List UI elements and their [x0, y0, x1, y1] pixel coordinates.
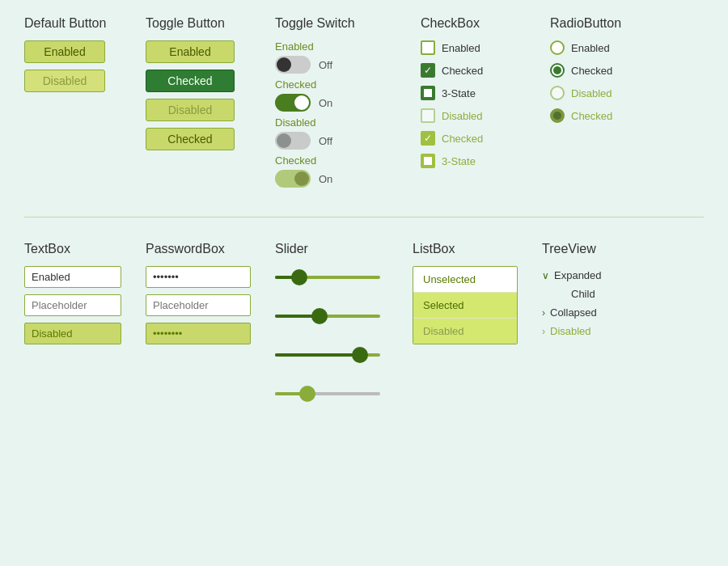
toggle-btn-checked2[interactable]: Checked	[146, 128, 235, 150]
cb-row-3state: 3-State	[421, 86, 476, 100]
switch-thumb-disabled	[277, 133, 291, 148]
passwordbox-enabled[interactable]	[146, 266, 251, 288]
switch-thumb-on	[294, 95, 309, 110]
cb-checked-light-label: Checked	[442, 133, 483, 145]
list-item-unselected[interactable]: Unselected	[413, 267, 517, 293]
cb-row-enabled: Enabled	[421, 40, 480, 55]
textbox-title: TextBox	[24, 242, 70, 256]
slider-2-thumb[interactable]	[311, 308, 328, 324]
slider-group: Slider	[275, 242, 413, 421]
passwordbox-placeholder[interactable]	[146, 294, 251, 316]
tree-item-child[interactable]: Child	[542, 285, 595, 303]
rb-row-disabled: Disabled	[550, 86, 612, 100]
btn-enabled[interactable]: Enabled	[24, 40, 105, 63]
switch-checked-disabled-label: Checked	[275, 154, 316, 167]
cb-checked-light: ✓	[421, 131, 435, 146]
rb-row-checked: Checked	[550, 63, 612, 78]
rb-enabled-label: Enabled	[571, 42, 610, 54]
textbox-enabled[interactable]	[24, 266, 121, 288]
collapsed-chevron-icon: ›	[542, 307, 545, 319]
listbox-title: ListBox	[413, 242, 455, 256]
rb-enabled[interactable]	[550, 40, 565, 55]
slider-3-container	[275, 344, 380, 366]
main-container: Default Button Enabled Disabled Toggle B…	[0, 0, 728, 437]
cb-checked[interactable]: ✓	[421, 63, 435, 78]
slider-1-container	[275, 266, 380, 289]
slider-1-track	[275, 276, 380, 279]
default-button-title: Default Button	[24, 16, 106, 31]
cb-disabled	[421, 108, 435, 123]
cb-checked-label: Checked	[442, 65, 483, 77]
toggle-button-title: Toggle Button	[146, 16, 225, 31]
slider-title: Slider	[275, 242, 308, 256]
toggle-switch-title: Toggle Switch	[275, 16, 355, 31]
cb-3state-label: 3-State	[442, 87, 476, 99]
radio-group: RadioButton Enabled Checked Disabled Che…	[550, 16, 679, 131]
toggle-button-group: Toggle Button Enabled Checked Disabled C…	[146, 16, 275, 157]
switch-on[interactable]	[275, 94, 311, 112]
switch-row-on: On	[275, 94, 332, 112]
bottom-row: TextBox PasswordBox Slider	[24, 242, 704, 421]
textbox-disabled	[24, 323, 121, 344]
cb-row-disabled: Disabled	[421, 108, 483, 123]
switch-disabled-on	[275, 170, 311, 188]
cb-disabled-label: Disabled	[442, 110, 483, 122]
cb-enabled[interactable]	[421, 40, 435, 55]
slider-2-track	[275, 315, 380, 318]
rb-checked-label: Checked	[571, 65, 612, 77]
toggle-btn-disabled: Disabled	[146, 99, 235, 121]
slider-3-track	[275, 353, 380, 357]
rb-disabled	[550, 86, 565, 100]
passwordbox-title: PasswordBox	[146, 242, 225, 256]
switch-disabled	[275, 132, 311, 150]
radio-title: RadioButton	[550, 16, 621, 31]
tree-expanded-label: Expanded	[554, 269, 602, 281]
slider-1-thumb[interactable]	[291, 269, 307, 285]
listbox-container: Unselected Selected Disabled	[413, 266, 518, 344]
slider-4-container	[275, 382, 380, 405]
rb-row-checked-disabled: Checked	[550, 108, 612, 123]
switch-off[interactable]	[275, 56, 311, 74]
switch-row-off: Off	[275, 56, 332, 74]
listbox-group: ListBox Unselected Selected Disabled	[413, 242, 542, 344]
list-item-disabled: Disabled	[413, 319, 517, 344]
expanded-chevron-icon: ∨	[542, 270, 549, 281]
switch-thumb-off	[277, 57, 291, 72]
switch-on-label: On	[319, 97, 332, 109]
slider-3-fill	[275, 353, 362, 357]
tree-item-collapsed[interactable]: › Collapsed	[542, 303, 597, 322]
passwordbox-disabled	[146, 323, 251, 344]
switch-enabled-label: Enabled	[275, 40, 314, 53]
textbox-placeholder[interactable]	[24, 294, 121, 316]
switch-checked-label: Checked	[275, 78, 316, 91]
rb-row-enabled: Enabled	[550, 40, 610, 55]
toggle-switch-group: Toggle Switch Enabled Off Checked On Dis…	[275, 16, 421, 192]
cb-3state[interactable]	[421, 86, 435, 100]
switch-off-label: Off	[319, 59, 332, 71]
rb-checked-disabled	[550, 108, 565, 123]
row-divider	[24, 217, 704, 218]
rb-checked[interactable]	[550, 63, 565, 78]
slider-3-thumb[interactable]	[352, 347, 368, 363]
switch-disabled-on-label: On	[319, 173, 332, 185]
treeview-title: TreeView	[542, 242, 596, 256]
switch-row-disabled-on: On	[275, 170, 332, 188]
default-button-group: Default Button Enabled Disabled	[24, 16, 146, 99]
toggle-btn-enabled[interactable]: Enabled	[146, 40, 235, 63]
disabled-chevron-icon: ›	[542, 326, 545, 337]
switch-disabled-off-label: Off	[319, 135, 332, 147]
toggle-btn-checked[interactable]: Checked	[146, 70, 235, 92]
switch-disabled-label: Disabled	[275, 116, 316, 129]
checkbox-group: CheckBox Enabled ✓ Checked 3-State Disab…	[421, 16, 550, 176]
btn-disabled: Disabled	[24, 70, 105, 92]
top-row: Default Button Enabled Disabled Toggle B…	[24, 16, 704, 192]
tree-disabled-label: Disabled	[550, 325, 591, 337]
cb-row-3state-light: 3-State	[421, 154, 476, 168]
list-item-selected[interactable]: Selected	[413, 293, 517, 319]
slider-4-track	[275, 392, 380, 395]
tree-child-label: Child	[571, 288, 595, 300]
textbox-group: TextBox	[24, 242, 146, 351]
passwordbox-group: PasswordBox	[146, 242, 275, 351]
tree-item-expanded[interactable]: ∨ Expanded	[542, 266, 602, 285]
slider-4-thumb	[299, 386, 315, 402]
